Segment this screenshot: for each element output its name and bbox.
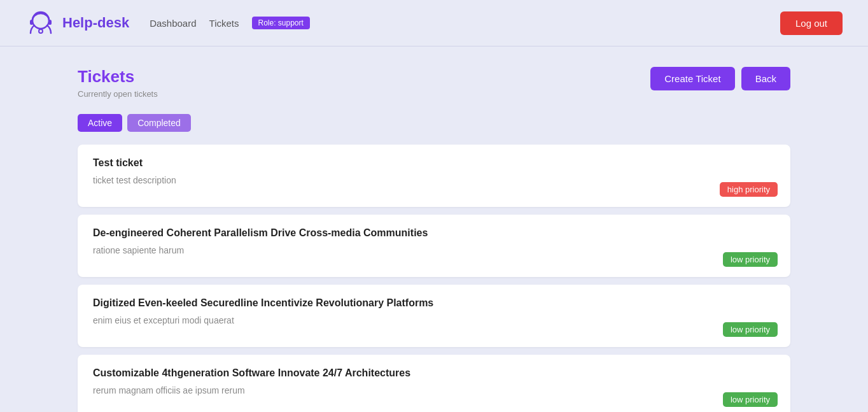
- create-ticket-button[interactable]: Create Ticket: [650, 67, 734, 90]
- ticket-title: Customizable 4thgeneration Software Inno…: [93, 367, 775, 379]
- brand-name[interactable]: Help-desk: [62, 15, 129, 31]
- priority-badge: low priority: [723, 252, 778, 267]
- page-title-section: Tickets Currently open tickets: [78, 67, 158, 99]
- tickets-list: Test ticketticket test descriptionhigh p…: [78, 145, 790, 412]
- ticket-title: De-engineered Coherent Parallelism Drive…: [93, 227, 775, 239]
- header-actions: Create Ticket Back: [650, 67, 790, 90]
- navbar: Help-desk Dashboard Tickets Role: suppor…: [0, 0, 868, 46]
- priority-badge: high priority: [720, 182, 778, 197]
- ticket-card[interactable]: Customizable 4thgeneration Software Inno…: [78, 355, 790, 412]
- role-badge: Role: support: [252, 17, 310, 29]
- priority-badge: low priority: [723, 322, 778, 337]
- ticket-description: ticket test description: [93, 175, 775, 185]
- nav-tickets[interactable]: Tickets: [209, 18, 239, 29]
- ticket-title: Test ticket: [93, 157, 775, 169]
- ticket-tabs: Active Completed: [78, 114, 790, 132]
- ticket-card[interactable]: De-engineered Coherent Parallelism Drive…: [78, 215, 790, 277]
- page-subtitle: Currently open tickets: [78, 89, 158, 99]
- tab-active[interactable]: Active: [78, 114, 122, 132]
- ticket-title: Digitized Even-keeled Securedline Incent…: [93, 297, 775, 309]
- page-title: Tickets: [78, 67, 158, 87]
- ticket-description: enim eius et excepturi modi quaerat: [93, 315, 775, 325]
- page-header: Tickets Currently open tickets Create Ti…: [78, 67, 790, 99]
- ticket-description: ratione sapiente harum: [93, 245, 775, 255]
- svg-rect-1: [30, 20, 33, 25]
- main-content: Tickets Currently open tickets Create Ti…: [52, 46, 816, 412]
- ticket-description: rerum magnam officiis ae ipsum rerum: [93, 385, 775, 395]
- priority-badge: low priority: [723, 392, 778, 407]
- navbar-links: Dashboard Tickets Role: support: [150, 17, 310, 29]
- ticket-card[interactable]: Test ticketticket test descriptionhigh p…: [78, 145, 790, 207]
- navbar-logo: Help-desk: [25, 8, 129, 38]
- nav-dashboard[interactable]: Dashboard: [150, 18, 196, 29]
- helpdesk-logo-icon: [25, 8, 56, 38]
- logout-button[interactable]: Log out: [780, 11, 843, 35]
- svg-rect-2: [48, 20, 52, 25]
- navbar-right: Log out: [780, 11, 843, 35]
- tab-completed[interactable]: Completed: [127, 114, 191, 132]
- ticket-card[interactable]: Digitized Even-keeled Securedline Incent…: [78, 285, 790, 347]
- back-button[interactable]: Back: [741, 67, 790, 90]
- svg-point-3: [39, 29, 43, 33]
